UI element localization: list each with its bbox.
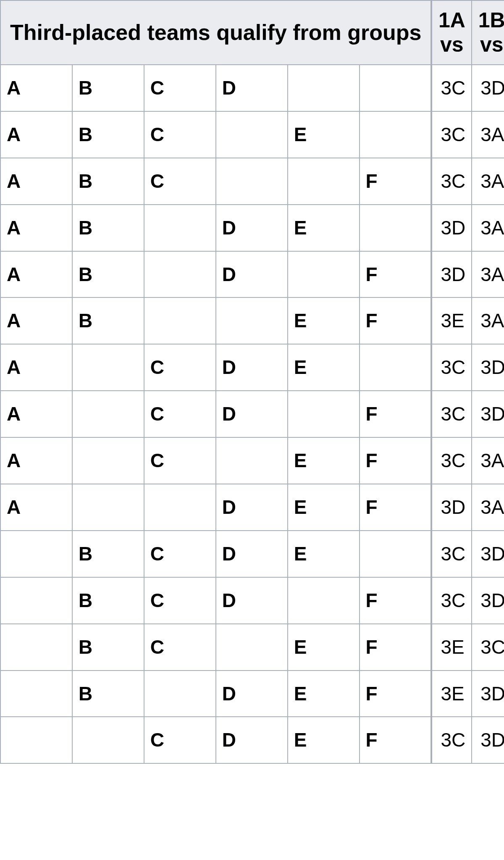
- group-cell: [144, 297, 216, 344]
- vs-cell: 3C: [432, 577, 472, 624]
- group-cell: F: [360, 391, 431, 437]
- group-cell: F: [360, 624, 431, 671]
- table-row: ADEF3D3A3F3E: [0, 484, 504, 531]
- group-cell: B: [72, 624, 144, 671]
- group-cell: B: [72, 111, 144, 158]
- vs-cell: 3C: [432, 111, 472, 158]
- group-cell: E: [288, 297, 360, 344]
- group-cell: F: [360, 437, 431, 484]
- vs-cell: 3D: [472, 671, 504, 717]
- group-cell: D: [216, 65, 288, 111]
- group-cell: [72, 391, 144, 437]
- group-cell: [288, 158, 360, 205]
- group-cell: C: [144, 437, 216, 484]
- table-row: ACDE3C3D3A3E: [0, 344, 504, 391]
- vs-cell: 3A: [472, 111, 504, 158]
- vs-cell: 3D: [432, 251, 472, 298]
- group-cell: C: [144, 577, 216, 624]
- group-cell: C: [144, 158, 216, 205]
- group-cell: A: [0, 251, 72, 298]
- vs-cell: 3A: [472, 297, 504, 344]
- table-row: BCEF3E3C3B3F: [0, 624, 504, 671]
- vs-cell: 3C: [432, 158, 472, 205]
- group-cell: E: [288, 437, 360, 484]
- group-cell: F: [360, 297, 431, 344]
- group-cell: E: [288, 484, 360, 531]
- table-row: ABCD3C3D3A3B: [0, 65, 504, 111]
- group-cell: [72, 437, 144, 484]
- group-cell: C: [144, 624, 216, 671]
- group-cell: C: [144, 717, 216, 763]
- group-cell: E: [288, 111, 360, 158]
- group-cell: [360, 531, 431, 577]
- table-row: ABEF3E3A3B3F: [0, 297, 504, 344]
- group-cell: F: [360, 484, 431, 531]
- group-cell: [144, 251, 216, 298]
- group-cell: [0, 577, 72, 624]
- vs-cell: 3E: [432, 297, 472, 344]
- group-cell: [72, 344, 144, 391]
- group-cell: [144, 671, 216, 717]
- table-row: BCDE3C3D3B3E: [0, 531, 504, 577]
- vs-cell: 3A: [472, 437, 504, 484]
- vs-header-1a: 1A vs: [432, 0, 472, 65]
- vs-cell: 3C: [432, 391, 472, 437]
- group-cell: D: [216, 344, 288, 391]
- group-cell: [72, 717, 144, 763]
- group-cell: C: [144, 344, 216, 391]
- group-cell: B: [72, 158, 144, 205]
- group-cell: B: [72, 297, 144, 344]
- vs-header-top: 1A: [436, 8, 468, 33]
- group-cell: B: [72, 671, 144, 717]
- group-cell: A: [0, 111, 72, 158]
- vs-cell: 3C: [432, 531, 472, 577]
- group-cell: [0, 624, 72, 671]
- group-cell: F: [360, 717, 431, 763]
- group-cell: B: [72, 251, 144, 298]
- qualification-table: Third-placed teams qualify from groups 1…: [0, 0, 504, 764]
- table-row: ABCE3C3A3B3E: [0, 111, 504, 158]
- group-cell: [216, 158, 288, 205]
- group-cell: [288, 577, 360, 624]
- group-cell: D: [216, 717, 288, 763]
- vs-cell: 3A: [472, 251, 504, 298]
- group-cell: D: [216, 391, 288, 437]
- group-cell: C: [144, 391, 216, 437]
- group-cell: [288, 65, 360, 111]
- group-cell: [360, 344, 431, 391]
- group-cell: B: [72, 65, 144, 111]
- vs-cell: 3C: [472, 624, 504, 671]
- group-cell: D: [216, 577, 288, 624]
- group-cell: D: [216, 251, 288, 298]
- group-cell: D: [216, 531, 288, 577]
- group-cell: [0, 531, 72, 577]
- vs-header-bot: vs: [475, 33, 504, 57]
- vs-cell: 3D: [432, 205, 472, 251]
- vs-cell: 3D: [472, 531, 504, 577]
- table-row: CDEF3C3D3F3E: [0, 717, 504, 763]
- group-cell: A: [0, 205, 72, 251]
- group-cell: F: [360, 671, 431, 717]
- group-cell: [216, 111, 288, 158]
- group-cell: E: [288, 531, 360, 577]
- vs-header-bot: vs: [436, 33, 468, 57]
- vs-cell: 3E: [432, 624, 472, 671]
- qualify-header: Third-placed teams qualify from groups: [0, 0, 431, 65]
- group-cell: [72, 484, 144, 531]
- table-row: ABDF3D3A3B3F: [0, 251, 504, 298]
- group-cell: A: [0, 437, 72, 484]
- group-cell: C: [144, 111, 216, 158]
- group-cell: F: [360, 158, 431, 205]
- group-cell: F: [360, 251, 431, 298]
- group-cell: [360, 205, 431, 251]
- group-cell: [288, 391, 360, 437]
- group-cell: C: [144, 531, 216, 577]
- vs-cell: 3D: [472, 717, 504, 763]
- group-cell: A: [0, 391, 72, 437]
- group-cell: F: [360, 577, 431, 624]
- table-header-row: Third-placed teams qualify from groups 1…: [0, 0, 504, 65]
- table-row: ACEF3C3A3F3E: [0, 437, 504, 484]
- group-cell: [0, 671, 72, 717]
- group-cell: E: [288, 671, 360, 717]
- vs-cell: 3C: [432, 717, 472, 763]
